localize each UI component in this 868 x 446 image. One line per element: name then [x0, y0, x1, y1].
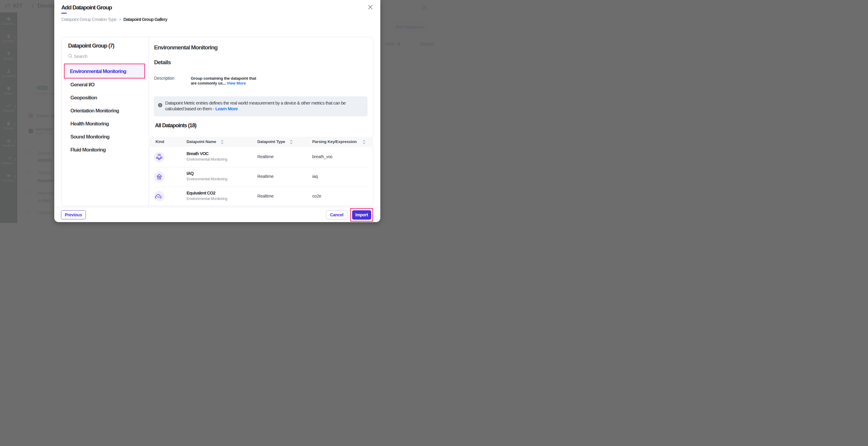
svg-text:CO2e: CO2e	[157, 196, 160, 198]
